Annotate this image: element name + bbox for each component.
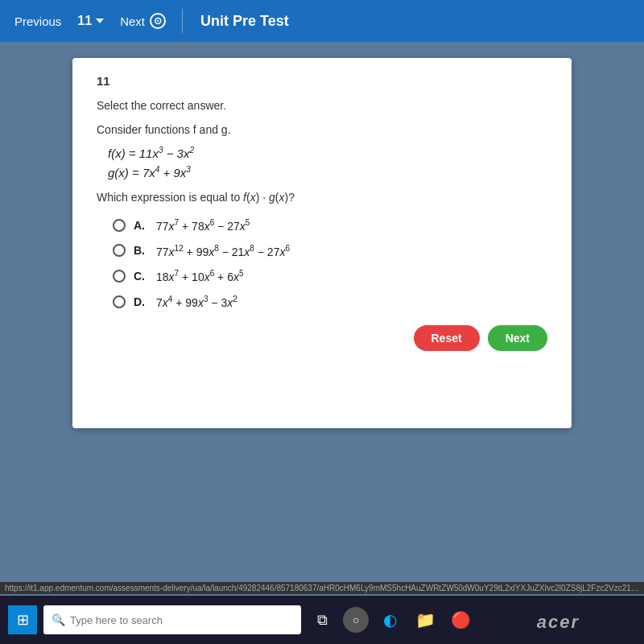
option-a-letter: A. (134, 219, 148, 232)
cortana-circle-button[interactable]: ○ (343, 607, 369, 633)
function-block: f(x) = 11x3 − 3x2 g(x) = 7x4 + 9x3 (108, 146, 547, 180)
option-c[interactable]: C. 18x7 + 10x6 + 6x5 (113, 269, 547, 283)
taskbar-search-input[interactable] (70, 614, 293, 626)
test-title: Unit Pre Test (194, 13, 289, 30)
reset-button[interactable]: Reset (414, 325, 480, 351)
option-d[interactable]: D. 7x4 + 99x3 − 3x2 (113, 295, 547, 309)
cortana-icon: ○ (353, 613, 359, 626)
radio-c[interactable] (113, 270, 126, 283)
question-number-display[interactable]: 11 (72, 14, 109, 28)
instruction-text: Select the correct answer. (97, 99, 547, 112)
next-question-button[interactable]: Next (488, 325, 547, 351)
option-b-letter: B. (134, 244, 148, 257)
radio-d[interactable] (113, 295, 126, 308)
radio-b[interactable] (113, 244, 126, 257)
taskbar: ⊞ 🔍 ⧉ ○ ◐ 📁 🔴 acer (0, 596, 644, 644)
option-d-letter: D. (134, 295, 148, 308)
prompt-text: Consider functions f and g. (97, 123, 547, 136)
screen-body: 11 Select the correct answer. Consider f… (0, 42, 644, 596)
question-number-label: 11 (97, 74, 547, 88)
option-b-expr: 77x12 + 99x8 − 21x8 − 27x6 (156, 244, 290, 258)
question-card: 11 Select the correct answer. Consider f… (72, 58, 572, 428)
task-view-button[interactable]: ⧉ (308, 605, 336, 634)
radio-a[interactable] (113, 219, 126, 232)
function-g: g(x) = 7x4 + 9x3 (108, 165, 547, 180)
top-navigation-bar: Previous 11 Next ⊙ Unit Pre Test (0, 0, 644, 42)
next-circle-icon: ⊙ (150, 13, 166, 29)
windows-start-button[interactable]: ⊞ (8, 605, 37, 634)
previous-label: Previous (14, 14, 61, 28)
option-b[interactable]: B. 77x12 + 99x8 − 21x8 − 27x6 (113, 244, 547, 258)
options-list: A. 77x7 + 78x6 − 27x5 B. 77x12 + 99x8 − … (113, 218, 547, 309)
search-icon: 🔍 (52, 613, 65, 626)
taskbar-search-box[interactable]: 🔍 (43, 605, 301, 634)
previous-button[interactable]: Previous (10, 11, 66, 31)
question-text: Which expression is equal to f(x) · g(x)… (97, 191, 547, 204)
next-button[interactable]: Next ⊙ (115, 10, 171, 32)
url-bar: https://it1.app.edmentum.com/assessments… (0, 582, 644, 594)
file-explorer-icon[interactable]: 📁 (411, 605, 440, 634)
chevron-down-icon (96, 19, 104, 23)
option-c-expr: 18x7 + 10x6 + 6x5 (156, 269, 244, 283)
option-c-letter: C. (134, 270, 148, 283)
acer-brand-logo: acer (537, 612, 580, 633)
option-d-expr: 7x4 + 99x3 − 3x2 (156, 295, 237, 309)
chrome-browser-icon[interactable]: 🔴 (446, 605, 475, 634)
function-f: f(x) = 11x3 − 3x2 (108, 146, 547, 160)
edge-browser-icon[interactable]: ◐ (375, 605, 404, 634)
next-label: Next (120, 14, 145, 28)
option-a-expr: 77x7 + 78x6 − 27x5 (156, 218, 250, 233)
nav-divider (182, 9, 183, 33)
question-number: 11 (77, 14, 92, 28)
option-a[interactable]: A. 77x7 + 78x6 − 27x5 (113, 218, 547, 233)
action-buttons: Reset Next (97, 325, 547, 351)
